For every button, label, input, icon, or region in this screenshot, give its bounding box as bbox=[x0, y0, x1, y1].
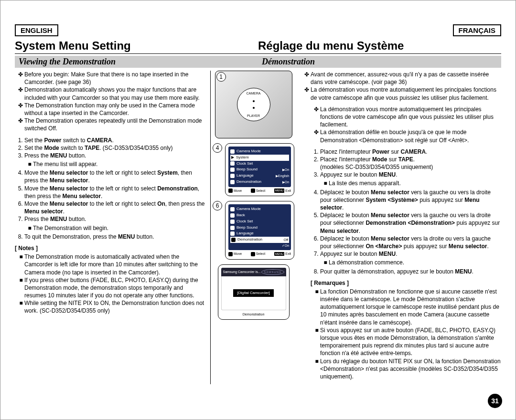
fr-bullet: La démonstration défile en boucle jusqu'… bbox=[320, 128, 501, 144]
section-subtitle-fr: Démonstration bbox=[258, 56, 501, 68]
en-note: The Demonstration mode is automatically … bbox=[24, 253, 205, 276]
demo-top-text: Samsung Camcorder is... bbox=[223, 270, 261, 274]
en-substep: The Demonstration will begin. bbox=[33, 224, 205, 232]
sound-icon bbox=[230, 168, 235, 172]
clock-icon bbox=[230, 220, 235, 224]
en-step: Set the Mode switch to TAPE. (SC-D353/D3… bbox=[24, 144, 205, 152]
fr-note: Si vous appuyez sur un autre bouton (FAD… bbox=[320, 326, 501, 357]
en-step: Press the MENU button. The menu list wil… bbox=[24, 152, 205, 168]
fr-step: Déplacez le bouton Menu selector vers la… bbox=[320, 189, 501, 212]
page-title-en: System Menu Setting bbox=[15, 38, 258, 53]
fr-step: Placez l'interrupteur Power sur CAMERA. bbox=[320, 148, 501, 156]
fr-step: Pour quitter la démonstration, appuyez s… bbox=[320, 268, 501, 275]
fr-step: Déplacez le bouton Menu selector vers la… bbox=[320, 235, 501, 250]
page-number-badge: 31 bbox=[488, 394, 502, 408]
en-step: Move the Menu selector to the left or ri… bbox=[24, 185, 205, 200]
move-icon bbox=[228, 252, 233, 256]
dial-dot-icon bbox=[253, 107, 255, 109]
en-bullet: Before you begin: Make Sure that there i… bbox=[24, 71, 205, 86]
lang-french-label: FRANÇAIS bbox=[453, 24, 502, 36]
english-column: Before you begin: Make Sure that there i… bbox=[15, 71, 210, 384]
fr-bullet: La démonstration vous montre automatique… bbox=[311, 86, 501, 101]
language-icon bbox=[230, 231, 235, 236]
french-column: Avant de commencer, assurez-vous qu'il n… bbox=[296, 71, 501, 384]
en-step: Set the Power switch to CAMERA. bbox=[24, 136, 205, 144]
select-icon bbox=[251, 189, 255, 193]
dial-player-label: PLAYER bbox=[247, 114, 260, 118]
fr-substep: La démonstration commence. bbox=[329, 259, 501, 266]
dial-dot-icon bbox=[253, 100, 255, 102]
fr-substep: La liste des menus apparaît. bbox=[329, 179, 501, 187]
fr-step: Appuyez sur le bouton MENU. La liste des… bbox=[320, 171, 501, 187]
mode-dial-icon: CAMERA PLAYER bbox=[237, 88, 270, 121]
dial-camera-label: CAMERA bbox=[247, 91, 261, 95]
back-icon bbox=[230, 213, 235, 218]
demo-icon bbox=[230, 180, 235, 184]
fr-bullet: La démonstration vous montre automatique… bbox=[320, 105, 501, 129]
figure-number-1: 1 bbox=[216, 72, 226, 82]
lcd-menu-figure-4: Camera Mode ▶System Clock Set Beep Sound… bbox=[225, 143, 294, 196]
move-icon bbox=[228, 189, 233, 193]
sound-icon bbox=[230, 226, 235, 230]
page-title-fr: Réglage du menu Système bbox=[258, 38, 501, 53]
en-note: If you press other buttons (FADE, BLC, P… bbox=[24, 276, 205, 300]
fr-bullet: Avant de commencer, assurez-vous qu'il n… bbox=[311, 71, 501, 86]
select-icon bbox=[251, 252, 255, 256]
camera-icon bbox=[230, 149, 235, 154]
en-step: To quit the Demonstration, press the MEN… bbox=[24, 233, 205, 241]
en-note: While setting the NITE PIX to ON, the De… bbox=[24, 299, 205, 315]
en-notes-heading: [ Notes ] bbox=[15, 244, 205, 252]
camera-icon bbox=[230, 207, 235, 211]
demonstration-screen-figure: Samsung Camcorder is... SAMSUNG [Digital… bbox=[218, 264, 290, 320]
en-substep: The menu list will appear. bbox=[33, 160, 205, 168]
fr-step: Appuyez sur le bouton MENU. La démonstra… bbox=[320, 250, 501, 266]
demo-center-label: [Digital Camcorder] bbox=[233, 289, 273, 297]
fr-step: Placez l'interrupteur Mode sur TAPE. (mo… bbox=[320, 156, 501, 171]
en-bullet: The Demonstration operates repeatedly un… bbox=[24, 117, 205, 132]
language-icon bbox=[230, 174, 235, 178]
menu-icon: MENU bbox=[274, 252, 285, 256]
en-bullet: Demonstration automatically shows you th… bbox=[24, 86, 205, 101]
samsung-logo-icon: SAMSUNG bbox=[261, 269, 284, 275]
menu-icon: MENU bbox=[274, 189, 285, 192]
fr-notes-heading: [ Remarques ] bbox=[301, 279, 501, 287]
lang-english-label: ENGLISH bbox=[15, 24, 58, 36]
lcd-menu-figure-6: Camera Mode Back Clock Set Beep Sound La… bbox=[225, 201, 294, 260]
mode-dial-figure: 1 CAMERA PLAYER bbox=[215, 71, 292, 138]
fr-note: Lors du réglage du bouton NITE PIX sur O… bbox=[320, 357, 501, 381]
en-step: Move the Menu selector to the left or ri… bbox=[24, 169, 205, 184]
clock-icon bbox=[230, 161, 235, 166]
en-step: Press the MENU button. The Demonstration… bbox=[24, 215, 205, 231]
figure-number-6: 6 bbox=[213, 201, 222, 210]
en-step: Move the Menu selector to the left or ri… bbox=[24, 200, 205, 215]
demo-bottom-label: Demonstration bbox=[221, 312, 286, 316]
section-subtitle-en: Viewing the Demonstration bbox=[15, 56, 258, 68]
demo-icon bbox=[231, 238, 236, 242]
figure-number-4: 4 bbox=[213, 143, 222, 153]
en-bullet: The Demonstration function may only be u… bbox=[24, 102, 205, 117]
fr-note: La fonction Démonstration ne fonctionne … bbox=[320, 288, 501, 326]
fr-step: Déplacez le bouton Menu selector vers la… bbox=[320, 211, 501, 235]
figures-column: 1 CAMERA PLAYER 4 Camera Mode ▶System Cl… bbox=[210, 71, 296, 384]
